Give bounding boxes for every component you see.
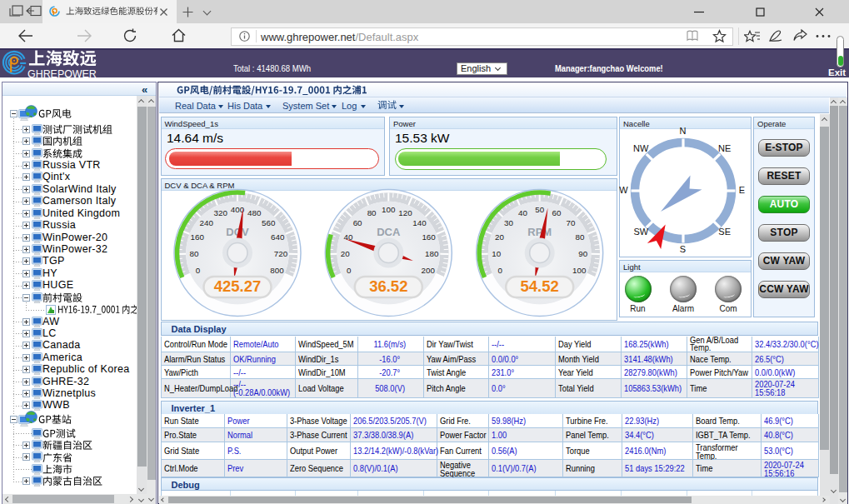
svg-text:60: 60 [552,208,561,217]
svg-text:720: 720 [273,249,287,258]
svg-text:120: 120 [398,208,412,217]
svg-text:70: 70 [566,218,575,227]
svg-text:0: 0 [195,266,200,275]
svg-text:50: 50 [535,205,544,214]
svg-text:36.52: 36.52 [369,277,407,295]
svg-text:90: 90 [578,249,587,258]
svg-text:200: 200 [421,266,435,275]
svg-text:160: 160 [190,232,204,242]
svg-text:80: 80 [575,232,584,242]
svg-text:0: 0 [347,266,352,275]
svg-text:640: 640 [271,232,285,242]
svg-text:80: 80 [189,249,198,258]
svg-text:160: 160 [422,232,436,242]
svg-text:30: 30 [504,218,513,227]
svg-text:20: 20 [494,232,503,242]
svg-text:DCA: DCA [377,226,401,238]
svg-text:140: 140 [412,218,427,227]
svg-text:100: 100 [382,205,396,214]
svg-text:180: 180 [425,249,439,258]
svg-text:54.52: 54.52 [520,277,558,295]
svg-text:0: 0 [497,266,502,275]
svg-text:425.27: 425.27 [213,277,261,295]
svg-text:RPM: RPM [527,226,552,238]
svg-text:20: 20 [340,249,349,258]
svg-text:60: 60 [352,218,362,227]
svg-text:10: 10 [492,249,501,258]
svg-text:560: 560 [262,218,276,227]
svg-text:800: 800 [270,266,284,275]
svg-text:480: 480 [247,208,262,217]
svg-text:320: 320 [213,208,227,217]
svg-text:40: 40 [518,208,527,217]
svg-text:100: 100 [572,266,587,275]
svg-text:80: 80 [367,208,376,217]
svg-text:240: 240 [199,218,213,227]
